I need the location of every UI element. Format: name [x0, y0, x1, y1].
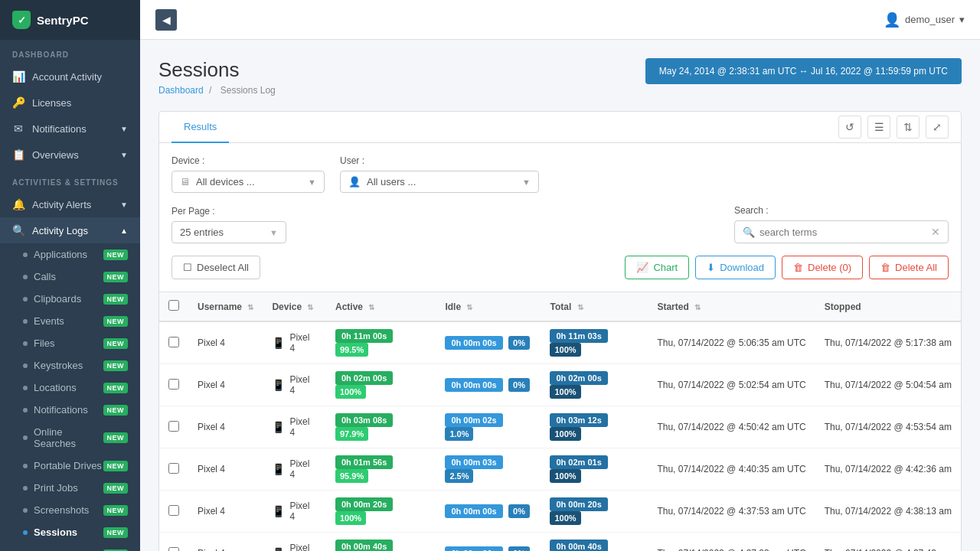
sidebar-label-overviews: Overviews — [32, 149, 79, 161]
sidebar-sub-item-print-jobs[interactable]: Print Jobs NEW — [0, 477, 140, 499]
bullet-icon — [23, 275, 28, 279]
idle-time-badge: 0h 00m 00s — [445, 336, 502, 350]
sidebar-sub-item-files[interactable]: Files NEW — [0, 332, 140, 354]
search-wrap: 🔍 ✕ — [734, 220, 949, 243]
expand-button[interactable]: ⤢ — [926, 116, 949, 139]
row-checkbox[interactable] — [168, 547, 179, 552]
per-page-select[interactable]: 25 entries ▼ — [172, 221, 286, 243]
row-total: 0h 00m 40s 100% — [541, 533, 648, 552]
row-username: Pixel 4 — [188, 491, 263, 533]
app-name: SentryPC — [37, 14, 89, 27]
active-time-badge: 0h 03m 08s — [335, 413, 393, 427]
sort-idle-icon[interactable]: ⇅ — [466, 303, 472, 311]
sidebar-sub-item-online-searches[interactable]: Online Searches NEW — [0, 421, 140, 455]
sort-started-icon[interactable]: ⇅ — [694, 303, 701, 311]
sub-label-online-searches: Online Searches — [34, 426, 103, 449]
idle-pct-badge: 0% — [508, 378, 530, 392]
select-all-checkbox[interactable] — [168, 300, 179, 311]
total-pct-badge: 100% — [550, 511, 580, 525]
user-filter-group: User : 👤 All users ... ▼ — [340, 155, 539, 193]
row-checkbox[interactable] — [168, 463, 179, 474]
activity-alerts-arrow-icon: ▼ — [120, 201, 128, 209]
user-menu[interactable]: 👤 demo_user ▾ — [884, 11, 965, 28]
badge-online-searches: NEW — [103, 432, 129, 443]
sidebar-sub-item-keystrokes[interactable]: Keystrokes NEW — [0, 354, 140, 377]
active-pct-badge: 100% — [335, 385, 366, 399]
sub-label-clipboards: Clipboards — [34, 293, 81, 305]
active-pct-badge: 95.9% — [335, 469, 368, 483]
sidebar-collapse-button[interactable]: ◀ — [155, 9, 177, 31]
sidebar-sub-item-clipboards[interactable]: Clipboards NEW — [0, 288, 140, 310]
row-stopped: Thu, 07/14/2022 @ 4:42:36 am — [815, 448, 961, 491]
total-pct-badge: 100% — [550, 469, 580, 483]
sort-device-icon[interactable]: ⇅ — [307, 303, 313, 311]
deselect-all-button[interactable]: ☐ Deselect All — [172, 256, 260, 279]
sidebar-sub-item-calls[interactable]: Calls NEW — [0, 266, 140, 288]
sidebar-item-account-activity[interactable]: 📊 Account Activity — [0, 64, 140, 90]
row-device: 📱 Pixel 4 — [263, 448, 326, 491]
tab-results[interactable]: Results — [172, 112, 229, 143]
sub-label-keystrokes: Keystrokes — [34, 360, 83, 371]
user-select[interactable]: 👤 All users ... ▼ — [340, 171, 539, 193]
chart-button[interactable]: 📈 Chart — [625, 256, 689, 279]
clear-search-button[interactable]: ✕ — [931, 226, 940, 238]
table-row: Pixel 4 📱 Pixel 4 0h 02m 00s 100% 0h 00m… — [159, 364, 961, 406]
row-stopped: Thu, 07/14/2022 @ 4:37:43 am — [815, 533, 961, 552]
sidebar-item-notifications[interactable]: ✉ Notifications ▼ — [0, 116, 140, 142]
active-pct-badge: 100% — [335, 511, 366, 525]
th-started: Started ⇅ — [648, 292, 815, 322]
sidebar-sub-item-notifications-log[interactable]: Notifications NEW — [0, 399, 140, 421]
sidebar-item-overviews[interactable]: 📋 Overviews ▼ — [0, 142, 140, 168]
sidebar-sub-item-locations[interactable]: Locations NEW — [0, 377, 140, 399]
bullet-icon — [23, 297, 28, 302]
sort-button[interactable]: ⇅ — [897, 116, 920, 139]
active-pct-badge: 97.9% — [335, 427, 368, 441]
sidebar-item-activity-logs[interactable]: 🔍 Activity Logs ▲ — [0, 217, 140, 243]
sidebar-sub-item-texts[interactable]: Texts NEW — [0, 543, 140, 551]
user-filter-label: User : — [340, 155, 539, 166]
sidebar-item-activity-alerts[interactable]: 🔔 Activity Alerts ▼ — [0, 191, 140, 217]
date-range-button[interactable]: May 24, 2014 @ 2:38:31 am UTC ↔ Jul 16, … — [645, 58, 962, 84]
sort-total-icon[interactable]: ⇅ — [577, 303, 583, 311]
bullet-icon — [23, 486, 28, 491]
sidebar-sub-item-screenshots[interactable]: Screenshots NEW — [0, 499, 140, 521]
idle-time-badge: 0h 00m 00s — [445, 546, 502, 551]
device-select[interactable]: 🖥 All devices ... ▼ — [172, 171, 325, 193]
per-page-filter-group: Per Page : 25 entries ▼ — [172, 206, 286, 243]
sub-label-notifications-log: Notifications — [34, 404, 88, 416]
bullet-icon — [23, 319, 28, 324]
bullet-icon — [23, 341, 28, 346]
row-checkbox[interactable] — [168, 505, 179, 516]
sidebar-sub-item-events[interactable]: Events NEW — [0, 310, 140, 332]
sidebar-sub-item-sessions[interactable]: Sessions NEW — [0, 521, 140, 543]
sub-label-calls: Calls — [34, 271, 56, 282]
sort-active-icon[interactable]: ⇅ — [368, 303, 374, 311]
columns-button[interactable]: ☰ — [867, 116, 890, 139]
search-input[interactable] — [760, 227, 926, 238]
shield-icon: ✓ — [12, 11, 31, 29]
th-idle: Idle ⇅ — [436, 292, 541, 322]
row-total: 0h 11m 03s 100% — [541, 321, 648, 364]
row-idle: 0h 00m 02s 1.0% — [436, 406, 541, 448]
row-checkbox[interactable] — [168, 379, 179, 390]
device-filter-group: Device : 🖥 All devices ... ▼ — [172, 155, 325, 193]
breadcrumb-home[interactable]: Dashboard — [158, 85, 204, 96]
row-stopped: Thu, 07/14/2022 @ 5:04:54 am — [815, 364, 961, 406]
th-device: Device ⇅ — [263, 292, 326, 322]
search-label: Search : — [734, 205, 949, 216]
sidebar-item-licenses[interactable]: 🔑 Licenses — [0, 90, 140, 116]
sort-username-icon[interactable]: ⇅ — [247, 303, 253, 311]
row-checkbox[interactable] — [168, 337, 179, 347]
results-panel: Results ↺ ☰ ⇅ ⤢ Device : 🖥 All devices .… — [158, 111, 962, 551]
sidebar-sub-item-portable-drives[interactable]: Portable Drives NEW — [0, 455, 140, 477]
content-area: Sessions Dashboard / Sessions Log May 24… — [140, 40, 980, 551]
refresh-button[interactable]: ↺ — [838, 116, 861, 139]
row-stopped: Thu, 07/14/2022 @ 5:17:38 am — [815, 321, 961, 364]
row-checkbox[interactable] — [168, 421, 179, 432]
sidebar-sub-item-applications[interactable]: Applications NEW — [0, 243, 140, 266]
row-checkbox-cell — [159, 364, 188, 406]
delete-all-button[interactable]: 🗑 Delete All — [869, 256, 949, 279]
download-button[interactable]: ⬇ Download — [695, 256, 776, 279]
delete-button[interactable]: 🗑 Delete (0) — [782, 256, 863, 279]
badge-notifications-log: NEW — [103, 405, 129, 416]
